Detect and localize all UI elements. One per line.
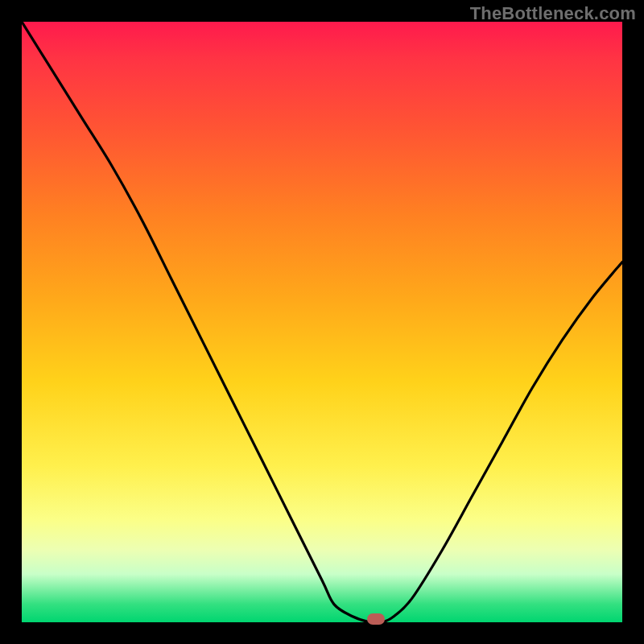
optimal-point-marker	[367, 613, 385, 625]
curve-path	[22, 22, 622, 622]
plot-gradient-area	[22, 22, 622, 622]
chart-frame: TheBottleneck.com	[0, 0, 644, 644]
bottleneck-curve	[22, 22, 622, 622]
